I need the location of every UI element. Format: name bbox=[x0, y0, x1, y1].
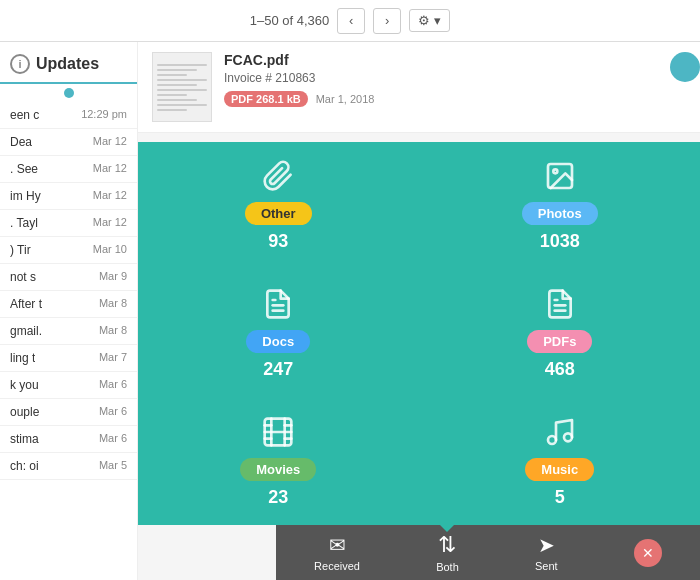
email-name: ouple bbox=[10, 405, 39, 419]
content-area: FCAC.pdf Invoice # 210863 PDF 268.1 kB M… bbox=[138, 42, 700, 580]
category-badge-docs: Docs bbox=[246, 330, 310, 353]
category-badge-music: Music bbox=[525, 458, 594, 481]
email-date: Mar 10 bbox=[93, 243, 127, 257]
email-list-item[interactable]: not s Mar 9 bbox=[0, 264, 137, 291]
email-name: gmail. bbox=[10, 324, 42, 338]
photo-icon bbox=[544, 160, 576, 196]
received-icon: ✉ bbox=[329, 533, 346, 557]
category-cell-movies[interactable]: Movies 23 bbox=[138, 398, 419, 525]
paperclip-icon bbox=[262, 160, 294, 196]
settings-dropdown-arrow: ▾ bbox=[434, 13, 441, 28]
email-list-item[interactable]: een c 12:29 pm bbox=[0, 102, 137, 129]
email-date: Mar 9 bbox=[99, 270, 127, 284]
email-date: Mar 7 bbox=[99, 351, 127, 365]
email-name: After t bbox=[10, 297, 42, 311]
email-tags: PDF 268.1 kB Mar 1, 2018 bbox=[224, 91, 686, 107]
close-button[interactable]: ✕ bbox=[634, 539, 662, 567]
email-name: . Tayl bbox=[10, 216, 38, 230]
category-count-movies: 23 bbox=[268, 487, 288, 508]
email-list-item[interactable]: stima Mar 6 bbox=[0, 426, 137, 453]
email-list-item[interactable]: . Tayl Mar 12 bbox=[0, 210, 137, 237]
main-layout: i Updates een c 12:29 pm Dea Mar 12 . Se… bbox=[0, 42, 700, 580]
email-list-item[interactable]: ) Tir Mar 10 bbox=[0, 237, 137, 264]
thumb-line bbox=[157, 74, 187, 76]
both-icon: ⇅ bbox=[438, 532, 456, 558]
email-date: Mar 5 bbox=[99, 459, 127, 473]
info-icon: i bbox=[10, 54, 30, 74]
sidebar: i Updates een c 12:29 pm Dea Mar 12 . Se… bbox=[0, 42, 138, 580]
svg-point-1 bbox=[553, 169, 557, 173]
category-badge-other: Other bbox=[245, 202, 312, 225]
email-list-item[interactable]: k you Mar 6 bbox=[0, 372, 137, 399]
email-name: Dea bbox=[10, 135, 32, 149]
email-date: Mar 8 bbox=[99, 324, 127, 338]
thumb-line bbox=[157, 104, 207, 106]
both-button[interactable]: ⇅ Both bbox=[436, 532, 459, 573]
sent-label: Sent bbox=[535, 560, 558, 572]
email-list-item[interactable]: . See Mar 12 bbox=[0, 156, 137, 183]
thumb-line bbox=[157, 79, 207, 81]
category-badge-photos: Photos bbox=[522, 202, 598, 225]
thumb-line bbox=[157, 109, 187, 111]
thumb-line bbox=[157, 69, 197, 71]
email-meta-date: Mar 1, 2018 bbox=[316, 93, 375, 105]
email-list-item[interactable]: ouple Mar 6 bbox=[0, 399, 137, 426]
email-date: Mar 12 bbox=[93, 135, 127, 149]
settings-button[interactable]: ⚙ ▾ bbox=[409, 9, 450, 32]
category-cell-photos[interactable]: Photos 1038 bbox=[420, 142, 701, 269]
category-count-music: 5 bbox=[555, 487, 565, 508]
email-list-item[interactable]: gmail. Mar 8 bbox=[0, 318, 137, 345]
email-details: FCAC.pdf Invoice # 210863 PDF 268.1 kB M… bbox=[224, 52, 686, 107]
category-cell-music[interactable]: Music 5 bbox=[420, 398, 701, 525]
email-name: ling t bbox=[10, 351, 35, 365]
sent-icon: ➤ bbox=[538, 533, 555, 557]
received-button[interactable]: ✉ Received bbox=[314, 533, 360, 572]
updates-label: Updates bbox=[36, 55, 99, 73]
email-name: ch: oi bbox=[10, 459, 39, 473]
email-name: stima bbox=[10, 432, 39, 446]
email-name: . See bbox=[10, 162, 38, 176]
email-thumbnail bbox=[152, 52, 212, 122]
progress-dot bbox=[64, 88, 74, 98]
bottom-toolbar: ✉ Received ⇅ Both ➤ Sent ✕ bbox=[276, 525, 700, 580]
category-cell-pdfs[interactable]: PDFs 468 bbox=[420, 270, 701, 397]
category-count-pdfs: 468 bbox=[545, 359, 575, 380]
email-date: Mar 12 bbox=[93, 189, 127, 203]
email-list-item[interactable]: ling t Mar 7 bbox=[0, 345, 137, 372]
prev-button[interactable]: ‹ bbox=[337, 8, 365, 34]
pdf-icon bbox=[544, 288, 576, 324]
pdf-badge: PDF 268.1 kB bbox=[224, 91, 308, 107]
category-badge-pdfs: PDFs bbox=[527, 330, 592, 353]
music-icon bbox=[544, 416, 576, 452]
thumb-line bbox=[157, 64, 207, 66]
top-bar: 1–50 of 4,360 ‹ › ⚙ ▾ bbox=[0, 0, 700, 42]
email-date: Mar 6 bbox=[99, 378, 127, 392]
received-label: Received bbox=[314, 560, 360, 572]
email-invoice: Invoice # 210863 bbox=[224, 71, 686, 85]
category-count-docs: 247 bbox=[263, 359, 293, 380]
category-count-photos: 1038 bbox=[540, 231, 580, 252]
svg-point-15 bbox=[564, 433, 572, 441]
email-list-item[interactable]: Dea Mar 12 bbox=[0, 129, 137, 156]
email-list-item[interactable]: After t Mar 8 bbox=[0, 291, 137, 318]
email-list-item[interactable]: im Hy Mar 12 bbox=[0, 183, 137, 210]
movie-icon bbox=[262, 416, 294, 452]
sent-button[interactable]: ➤ Sent bbox=[535, 533, 558, 572]
gear-icon: ⚙ bbox=[418, 13, 430, 28]
email-list-item[interactable]: ch: oi Mar 5 bbox=[0, 453, 137, 480]
email-title: FCAC.pdf bbox=[224, 52, 686, 68]
email-name: een c bbox=[10, 108, 39, 122]
thumb-line bbox=[157, 94, 187, 96]
sidebar-updates-header: i Updates bbox=[0, 42, 137, 84]
email-date: 12:29 pm bbox=[81, 108, 127, 122]
email-date: Mar 8 bbox=[99, 297, 127, 311]
email-date: Mar 6 bbox=[99, 432, 127, 446]
email-date: Mar 12 bbox=[93, 216, 127, 230]
category-cell-other[interactable]: Other 93 bbox=[138, 142, 419, 269]
next-button[interactable]: › bbox=[373, 8, 401, 34]
category-grid: Other 93 Photos 1038 Docs 247 PDFs 468 M… bbox=[138, 142, 700, 525]
category-cell-docs[interactable]: Docs 247 bbox=[138, 270, 419, 397]
category-badge-movies: Movies bbox=[240, 458, 316, 481]
teal-circle bbox=[670, 52, 700, 82]
thumb-line bbox=[157, 99, 197, 101]
